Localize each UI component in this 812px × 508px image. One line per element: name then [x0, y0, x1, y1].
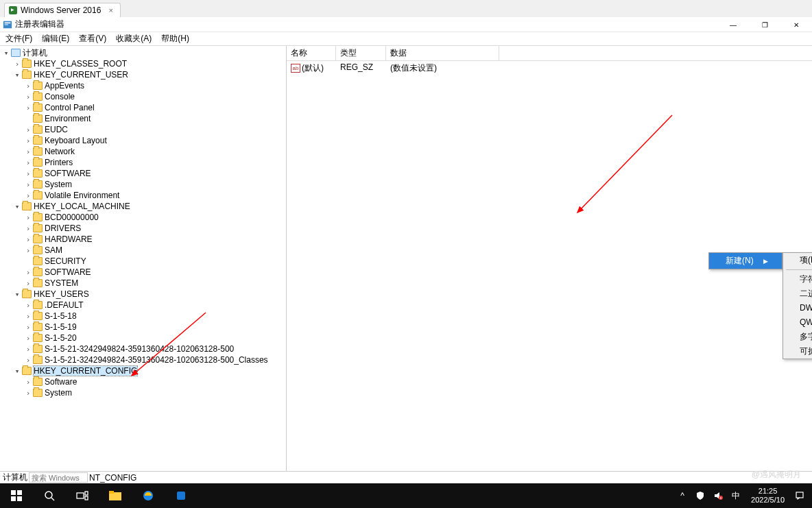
folder-icon	[33, 301, 43, 309]
folder-icon	[33, 213, 43, 221]
svg-rect-11	[77, 493, 84, 498]
separator	[786, 269, 812, 270]
folder-icon	[33, 158, 43, 167]
tree-item[interactable]: Environment	[23, 113, 286, 124]
tree-item[interactable]: ›Software	[23, 376, 286, 387]
tree-item[interactable]: ›AppEvents	[23, 80, 286, 91]
tree-item[interactable]: ›Keyboard Layout	[23, 135, 286, 146]
tray-ime[interactable]: 中	[728, 483, 744, 508]
folder-icon	[33, 356, 43, 364]
tree-item[interactable]: SECURITY	[23, 256, 286, 267]
tree-item[interactable]: ›SYSTEM	[23, 278, 286, 289]
svg-rect-8	[17, 496, 22, 501]
ctx-new-multistring[interactable]: 多字符串值(M)	[783, 330, 812, 344]
tree-hkey-classes-root[interactable]: ›HKEY_CLASSES_ROOT	[12, 58, 286, 69]
tree-item[interactable]: ›SAM	[23, 245, 286, 256]
folder-icon	[33, 246, 43, 254]
tree-item[interactable]: ›SOFTWARE	[23, 267, 286, 278]
tree-hkey-current-user[interactable]: ▾HKEY_CURRENT_USER	[12, 69, 286, 80]
tree-item[interactable]: ›S-1-5-18	[23, 311, 286, 322]
start-button[interactable]	[0, 483, 33, 508]
tree-item[interactable]: ›Console	[23, 91, 286, 102]
menu-help[interactable]: 帮助(H)	[157, 32, 193, 45]
folder-icon	[33, 114, 43, 123]
tree-item[interactable]: ›Volatile Environment	[23, 190, 286, 201]
tree-item[interactable]: ›S-1-5-21-3242949824-3591360428-10206312…	[23, 343, 286, 354]
computer-icon	[11, 49, 21, 57]
ctx-new[interactable]: 新建(N) ▶	[709, 253, 782, 269]
tree-item[interactable]: ›EUDC	[23, 124, 286, 135]
close-icon[interactable]: ×	[108, 6, 112, 14]
tree-root[interactable]: ▾计算机	[1, 47, 286, 58]
window-title: 注册表编辑器	[15, 19, 64, 30]
tree-hkey-local-machine[interactable]: ▾HKEY_LOCAL_MACHINE	[12, 201, 286, 212]
status-suffix: NT_CONFIG	[89, 473, 136, 483]
svg-rect-12	[85, 492, 88, 495]
status-prefix: 计算机	[3, 472, 27, 483]
tree-item[interactable]: ›HARDWARE	[23, 234, 286, 245]
menu-favorites[interactable]: 收藏夹(A)	[112, 32, 156, 45]
ctx-new-dword[interactable]: DWORD (32 位)值(D)	[783, 301, 812, 315]
maximize-button[interactable]: ❐	[749, 17, 780, 32]
tree-item[interactable]: ›Printers	[23, 157, 286, 168]
tree-item[interactable]: ›DRIVERS	[23, 223, 286, 234]
tree-item[interactable]: ›S-1-5-21-3242949824-3591360428-10206312…	[23, 354, 286, 365]
taskbar-explorer[interactable]	[99, 483, 132, 508]
list-row[interactable]: ab(默认) REG_SZ (数值未设置)	[287, 61, 812, 75]
svg-rect-20	[796, 492, 803, 498]
ctx-new-key[interactable]: 项(K)	[783, 253, 812, 267]
svg-rect-2	[5, 24, 8, 25]
folder-icon	[33, 125, 43, 134]
menu-view[interactable]: 查看(V)	[75, 32, 110, 45]
svg-rect-6	[17, 490, 22, 495]
tree-item[interactable]: ›S-1-5-20	[23, 332, 286, 343]
taskbar-clock[interactable]: 21:25 2022/5/10	[745, 487, 790, 505]
taskbar-ie[interactable]	[132, 483, 165, 508]
minimize-button[interactable]: —	[717, 17, 749, 32]
list-header: 名称 类型 数据	[287, 46, 812, 61]
vm-tab[interactable]: Windows Server 2016 ×	[4, 3, 121, 17]
chevron-right-icon: ▶	[763, 258, 768, 265]
tray-shield-icon[interactable]	[692, 483, 708, 508]
value-list: 名称 类型 数据 ab(默认) REG_SZ (数值未设置) 新建(N) ▶ 项…	[287, 46, 812, 471]
tree-item[interactable]: ›SOFTWARE	[23, 168, 286, 179]
window-controls: — ❐ ✕	[717, 17, 812, 32]
col-name[interactable]: 名称	[287, 46, 336, 60]
ctx-new-binary[interactable]: 二进制值(B)	[783, 287, 812, 301]
tree-item[interactable]: ›System	[23, 179, 286, 190]
svg-rect-5	[11, 490, 16, 495]
ctx-new-qword[interactable]: QWORD (64 位)值(Q)	[783, 315, 812, 330]
search-button[interactable]	[33, 483, 66, 508]
tree-item[interactable]: ›.DEFAULT	[23, 300, 286, 311]
col-type[interactable]: 类型	[336, 46, 386, 60]
regedit-icon	[3, 20, 12, 29]
string-icon: ab	[291, 64, 300, 73]
tree-item[interactable]: ›System	[23, 387, 286, 398]
folder-icon	[33, 345, 43, 353]
tree-item[interactable]: ›BCD00000000	[23, 212, 286, 223]
menu-edit[interactable]: 编辑(E)	[38, 32, 73, 45]
folder-icon	[22, 71, 32, 79]
folder-icon	[33, 268, 43, 276]
ctx-new-string[interactable]: 字符串值(S)	[783, 272, 812, 287]
tree-item[interactable]: ›Network	[23, 146, 286, 157]
registry-tree[interactable]: ▾计算机 ›HKEY_CLASSES_ROOT ▾HKEY_CURRENT_US…	[0, 46, 287, 471]
ctx-new-expandstring[interactable]: 可扩充字符串值(E)	[783, 344, 812, 359]
col-data[interactable]: 数据	[386, 46, 499, 60]
tray-notifications-icon[interactable]	[791, 483, 808, 508]
close-button[interactable]: ✕	[780, 17, 812, 32]
tray-up-icon[interactable]: ^	[674, 483, 691, 508]
svg-rect-17	[177, 492, 185, 500]
taskbar-app[interactable]	[165, 483, 198, 508]
tree-item[interactable]: ›S-1-5-19	[23, 322, 286, 332]
folder-icon	[33, 104, 43, 112]
tree-item[interactable]: ›Control Panel	[23, 102, 286, 113]
tree-hkey-current-config[interactable]: ▾HKEY_CURRENT_CONFIG	[12, 365, 286, 376]
menu-file[interactable]: 文件(F)	[1, 32, 36, 45]
task-view-button[interactable]	[66, 483, 99, 508]
folder-icon	[33, 334, 43, 342]
tray-volume-icon[interactable]: x	[710, 483, 726, 508]
folder-icon	[33, 136, 43, 145]
search-input[interactable]	[29, 472, 88, 483]
tree-hkey-users[interactable]: ▾HKEY_USERS	[12, 289, 286, 300]
